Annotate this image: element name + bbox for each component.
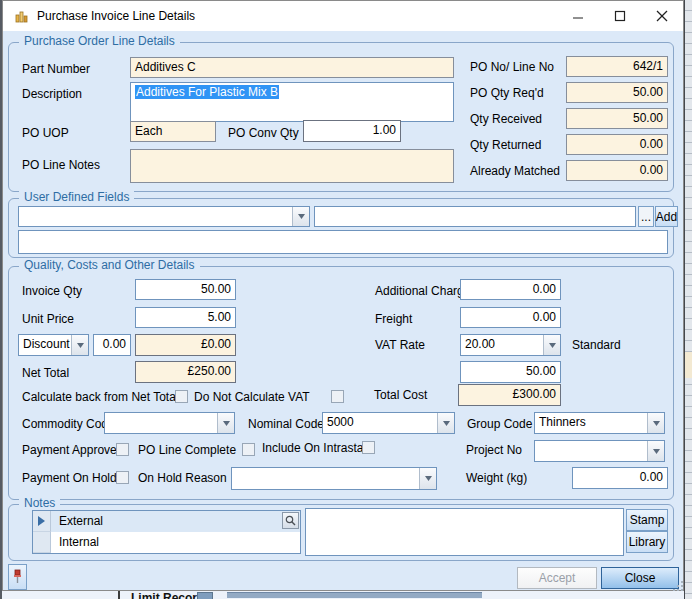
unit-price-label: Unit Price <box>22 312 74 326</box>
row-arrow-icon <box>38 516 45 526</box>
chevron-down-icon[interactable] <box>543 335 560 355</box>
vat-amount-field[interactable]: 50.00 <box>460 361 561 383</box>
udf-select[interactable] <box>18 206 310 227</box>
description-selected-text: Additives For Plastic Mix B <box>135 85 279 99</box>
notes-type-grid: External Internal <box>32 510 301 554</box>
notes-legend: Notes <box>19 496 60 510</box>
net-total-label: Net Total <box>22 366 69 380</box>
calc-back-label: Calculate back from Net Total <box>22 390 179 404</box>
po-conv-qty-label: PO Conv Qty <box>228 126 299 140</box>
additional-charge-label: Additional Charge <box>375 284 470 298</box>
notes-row-label: Internal <box>51 532 300 553</box>
no-vat-checkbox[interactable] <box>331 390 344 403</box>
stamp-button[interactable]: Stamp <box>626 509 668 531</box>
description-field[interactable]: Additives For Plastic Mix B <box>130 82 454 122</box>
po-line-complete-checkbox[interactable] <box>242 443 255 456</box>
chevron-down-icon[interactable] <box>217 413 234 433</box>
po-line-notes-label: PO Line Notes <box>22 158 100 172</box>
chevron-down-icon[interactable] <box>647 441 664 461</box>
maximize-icon <box>614 10 626 22</box>
discount-pct-field[interactable]: 0.00 <box>93 334 131 356</box>
vat-rate-label: VAT Rate <box>375 338 425 352</box>
qty-returned-field: 0.00 <box>566 134 668 155</box>
weight-field[interactable]: 0.00 <box>572 467 668 489</box>
chevron-down-icon[interactable] <box>647 413 664 433</box>
vat-rate-select[interactable]: 20.00 <box>460 334 561 356</box>
no-vat-label: Do Not Calculate VAT <box>194 390 310 404</box>
chevron-down-icon[interactable] <box>437 413 454 433</box>
payment-approved-checkbox[interactable] <box>116 443 129 456</box>
invoice-qty-field[interactable]: 50.00 <box>135 279 236 300</box>
library-button[interactable]: Library <box>626 531 668 553</box>
background-window-right-edge <box>684 0 692 599</box>
pin-button[interactable] <box>8 564 27 590</box>
discount-type-select[interactable]: Discount <box>18 334 89 356</box>
window-title: Purchase Invoice Line Details <box>37 9 195 23</box>
po-conv-qty-field[interactable]: 1.00 <box>303 120 401 142</box>
close-window-button[interactable] <box>641 1 683 30</box>
close-icon <box>656 10 668 22</box>
nominal-code-select[interactable]: 5000 <box>322 412 455 434</box>
resize-grip[interactable] <box>672 580 684 592</box>
freight-label: Freight <box>375 312 412 326</box>
already-matched-field: 0.00 <box>566 160 668 181</box>
udf-ellipsis-button[interactable]: ... <box>638 206 654 227</box>
additional-charge-field[interactable]: 0.00 <box>460 279 561 300</box>
part-number-label: Part Number <box>22 62 90 76</box>
udf-add-button[interactable]: Add <box>655 206 678 227</box>
row-selector[interactable] <box>33 532 51 553</box>
chevron-down-icon[interactable] <box>71 335 88 355</box>
notes-row-internal[interactable]: Internal <box>33 532 300 553</box>
project-no-select[interactable] <box>534 440 665 462</box>
include-on-intrastat-checkbox[interactable] <box>362 441 375 454</box>
qty-returned-label: Qty Returned <box>470 138 541 152</box>
commodity-code-label: Commodity Code <box>22 417 115 431</box>
po-line-details-legend: Purchase Order Line Details <box>19 34 180 48</box>
accept-button[interactable]: Accept <box>517 567 597 589</box>
group-code-label: Group Code <box>467 417 532 431</box>
row-selector[interactable] <box>33 511 51 532</box>
calc-back-checkbox[interactable] <box>175 390 188 403</box>
total-cost-field: £300.00 <box>458 384 561 406</box>
minimize-icon <box>572 10 584 22</box>
project-no-label: Project No <box>466 443 522 457</box>
po-line-complete-label: PO Line Complete <box>138 443 236 457</box>
on-hold-reason-select[interactable] <box>231 467 437 490</box>
weight-label: Weight (kg) <box>466 471 527 485</box>
po-no-field: 642/1 <box>566 56 668 77</box>
payment-on-hold-label: Payment On Hold <box>22 471 117 485</box>
screen: Limit Records Purchase Invoice Line Deta… <box>0 0 692 599</box>
udf-list[interactable] <box>18 230 668 254</box>
po-uop-label: PO UOP <box>22 126 69 140</box>
app-icon <box>14 8 30 24</box>
qty-received-field: 50.00 <box>566 108 668 129</box>
group-code-select[interactable]: Thinners <box>534 412 665 434</box>
description-label: Description <box>22 87 82 101</box>
invoice-qty-label: Invoice Qty <box>22 284 82 298</box>
qty-received-label: Qty Received <box>470 112 542 126</box>
notes-row-external[interactable]: External <box>33 511 300 532</box>
part-number-field[interactable]: Additives C <box>130 57 454 78</box>
payment-on-hold-checkbox[interactable] <box>116 471 129 484</box>
pushpin-icon <box>12 569 23 585</box>
minimize-button[interactable] <box>557 1 599 30</box>
po-uop-field[interactable]: Each <box>130 121 216 142</box>
chevron-down-icon[interactable] <box>419 468 436 489</box>
unit-price-field[interactable]: 5.00 <box>135 307 236 328</box>
vat-band-label: Standard <box>572 338 621 352</box>
po-qty-reqd-label: PO Qty Req'd <box>470 86 544 100</box>
freight-field[interactable]: 0.00 <box>460 307 561 328</box>
udf-value-input[interactable] <box>314 206 636 227</box>
po-line-notes-field[interactable] <box>130 149 454 183</box>
notes-row-label: External <box>51 511 300 532</box>
background-window-field-sliver <box>685 352 692 378</box>
background-divider <box>118 591 120 599</box>
notes-text-area[interactable] <box>305 508 624 556</box>
commodity-code-select[interactable] <box>104 412 235 434</box>
include-on-intrastat-label: Include On Intrastat <box>262 441 367 455</box>
close-button[interactable]: Close <box>601 567 679 589</box>
maximize-button[interactable] <box>599 1 641 30</box>
chevron-down-icon[interactable] <box>292 207 309 226</box>
notes-zoom-button[interactable] <box>282 512 299 529</box>
net-total-field: £250.00 <box>135 361 236 383</box>
